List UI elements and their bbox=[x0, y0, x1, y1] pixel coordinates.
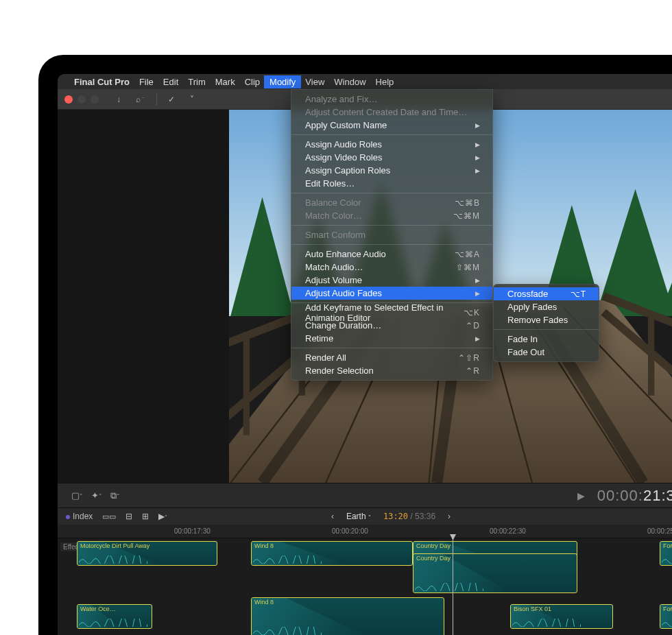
menu-item: Match Color…⌥⌘M bbox=[291, 209, 492, 222]
menu-item[interactable]: Match Audio…⇧⌘M bbox=[291, 261, 492, 274]
submenu-item[interactable]: Apply Fades bbox=[494, 300, 599, 313]
close-button[interactable] bbox=[64, 95, 73, 104]
menu-mark[interactable]: Mark bbox=[215, 77, 235, 87]
clip-label: Motorcycle Dirt Pull Away bbox=[80, 542, 149, 549]
menu-item[interactable]: Auto Enhance Audio⌥⌘A bbox=[291, 248, 492, 261]
menu-item: Balance Color⌥⌘B bbox=[291, 196, 492, 209]
audio-fades-submenu: Crossfade⌥TApply FadesRemove FadesFade I… bbox=[493, 284, 599, 362]
menu-item[interactable]: Adjust Audio Fades▶ bbox=[291, 287, 492, 300]
prev-edit-icon[interactable]: ‹ bbox=[331, 512, 334, 521]
submenu-item[interactable]: Fade Out bbox=[494, 346, 599, 359]
menu-item[interactable]: Assign Video Roles▶ bbox=[291, 151, 492, 164]
menu-item[interactable]: Render Selection⌃R bbox=[291, 364, 492, 377]
clip-label: Forest 01 bbox=[663, 606, 672, 612]
toolbar-chevron-icon[interactable]: ˅ bbox=[186, 93, 198, 106]
menu-item: Analyze and Fix… bbox=[291, 93, 492, 106]
menu-help[interactable]: Help bbox=[376, 77, 394, 87]
enhance-tool-icon[interactable]: ✦˅ bbox=[91, 490, 102, 501]
device-frame: Final Cut Pro File Edit Trim Mark Clip M… bbox=[38, 55, 672, 635]
tool-select-icon[interactable]: ▶˅ bbox=[158, 512, 167, 521]
app-name[interactable]: Final Cut Pro bbox=[74, 77, 130, 87]
keyword-icon[interactable]: ⌕⁻ bbox=[132, 93, 149, 106]
timeline[interactable]: Index ▭▭ ⊟ ⊞ ▶˅ ‹ Earth ˅ 13:20 / 53:36 … bbox=[58, 507, 672, 635]
menu-item[interactable]: Assign Caption Roles▶ bbox=[291, 164, 492, 177]
clip-label: Forest 01 bbox=[663, 542, 672, 549]
menu-item[interactable]: Retime▶ bbox=[291, 332, 492, 345]
timeline-timecode: 13:20 / 53:36 bbox=[383, 512, 435, 521]
menu-item[interactable]: Add Keyframe to Selected Effect in Anima… bbox=[291, 306, 492, 319]
menubar: Final Cut Pro File Edit Trim Mark Clip M… bbox=[58, 74, 672, 89]
minimize-button[interactable] bbox=[77, 95, 86, 104]
clip-appearance-icon[interactable]: ▭▭ bbox=[102, 512, 116, 521]
audio-clip[interactable]: Bison SFX 01 bbox=[510, 604, 613, 629]
menu-item[interactable]: Assign Audio Roles▶ bbox=[291, 138, 492, 151]
audio-clip[interactable]: Water Oce… bbox=[77, 604, 152, 629]
clip-label: Country Day bbox=[416, 542, 451, 549]
clip-label: Wind 8 bbox=[254, 599, 274, 606]
clip-label: Country Day bbox=[416, 555, 451, 562]
menu-item[interactable]: Apply Custom Name▶ bbox=[291, 119, 492, 132]
timecode-display: 00:00:21:36 bbox=[597, 487, 672, 505]
submenu-item[interactable]: Remove Fades bbox=[494, 313, 599, 326]
audio-clip[interactable]: Wind 8 bbox=[251, 541, 413, 566]
toolbar-divider bbox=[156, 93, 157, 106]
crop-tool-icon[interactable]: ▢˅ bbox=[71, 490, 83, 501]
menu-item: Smart Conform bbox=[291, 228, 492, 241]
index-button[interactable]: Index bbox=[66, 512, 93, 521]
menu-view[interactable]: View bbox=[305, 77, 324, 87]
menu-clip[interactable]: Clip bbox=[245, 77, 260, 87]
menu-modify[interactable]: Modify bbox=[264, 75, 301, 88]
screen: Final Cut Pro File Edit Trim Mark Clip M… bbox=[58, 74, 672, 635]
clip-label: Wind 8 bbox=[254, 542, 274, 549]
viewer-transport: ▢˅ ✦˅ ⧉˅ ▶ 00:00:21:36 ▯▯ bbox=[58, 483, 672, 507]
window-traffic-lights[interactable] bbox=[64, 95, 99, 104]
browser-sidebar bbox=[58, 110, 229, 483]
project-name[interactable]: Earth ˅ bbox=[346, 512, 371, 521]
clip-label: Bison SFX 01 bbox=[514, 606, 551, 612]
background-tasks-icon[interactable]: ✓ bbox=[164, 93, 179, 106]
menu-item[interactable]: Edit Roles… bbox=[291, 177, 492, 190]
retime-tool-icon[interactable]: ⧉˅ bbox=[110, 490, 120, 501]
submenu-item[interactable]: Fade In bbox=[494, 333, 599, 346]
play-icon[interactable]: ▶ bbox=[577, 490, 585, 501]
zoom-button[interactable] bbox=[91, 95, 99, 104]
audio-clip[interactable]: Forest 01 bbox=[660, 541, 672, 566]
playhead[interactable] bbox=[453, 538, 453, 635]
import-icon[interactable]: ↓ bbox=[112, 93, 125, 106]
next-edit-icon[interactable]: › bbox=[448, 512, 451, 521]
menu-file[interactable]: File bbox=[139, 77, 154, 87]
clip-connect-icon[interactable]: ⊟ bbox=[125, 512, 132, 521]
submenu-item[interactable]: Crossfade⌥T bbox=[494, 287, 599, 300]
audio-clip[interactable]: Wind 8 bbox=[251, 597, 444, 635]
clip-label: Water Oce… bbox=[80, 606, 116, 612]
menu-edit[interactable]: Edit bbox=[163, 77, 178, 87]
menu-trim[interactable]: Trim bbox=[188, 77, 206, 87]
menu-item: Adjust Content Created Date and Time… bbox=[291, 106, 492, 119]
audio-clip[interactable]: Country Day bbox=[413, 553, 577, 593]
audio-clip[interactable]: Motorcycle Dirt Pull Away bbox=[77, 541, 217, 566]
timeline-toolbar: Index ▭▭ ⊟ ⊞ ▶˅ ‹ Earth ˅ 13:20 / 53:36 … bbox=[58, 508, 672, 525]
timeline-tracks[interactable]: Effects Motorcycle Dirt Pull AwayWind 8C… bbox=[58, 538, 672, 635]
timeline-ruler[interactable]: 00:00:17:30 00:00:20:00 00:00:22:30 00:0… bbox=[58, 525, 672, 538]
menu-window[interactable]: Window bbox=[334, 77, 365, 87]
menu-item[interactable]: Render All⌃⇧R bbox=[291, 351, 492, 364]
menu-item[interactable]: Adjust Volume▶ bbox=[291, 274, 492, 287]
audio-clip[interactable]: Forest 01 bbox=[660, 604, 672, 629]
snap-icon[interactable]: ⊞ bbox=[142, 512, 149, 521]
